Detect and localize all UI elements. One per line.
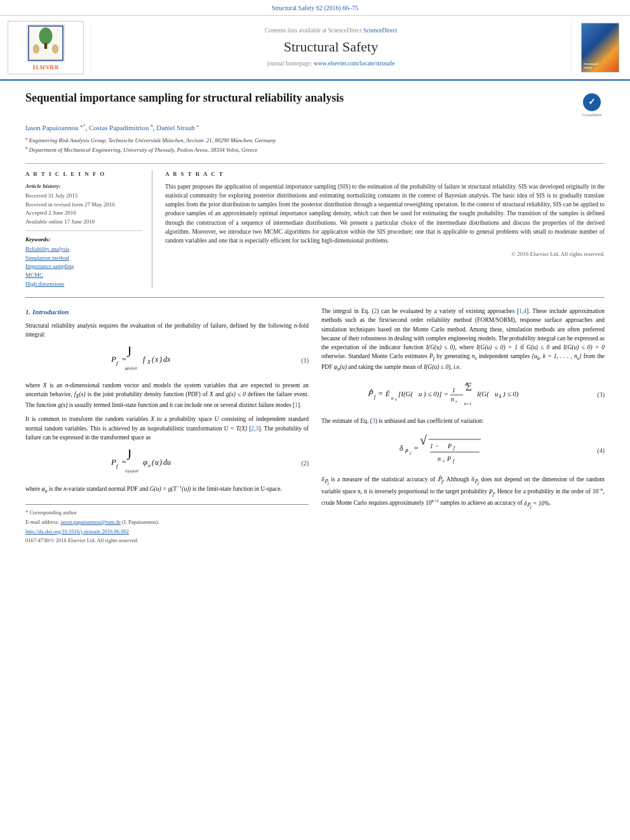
ref-1-4[interactable]: 1,4	[519, 308, 526, 314]
elsevier-text: ELSEVIER	[33, 65, 58, 71]
footnote-area: * Corresponding author E-mail address: i…	[25, 504, 309, 545]
eq2-content: P f = ∫ G(u)≤0 φ n ( u ) du	[25, 450, 293, 476]
section1-title: 1. Introduction	[25, 307, 309, 317]
eq1-number: (1)	[293, 356, 309, 365]
svg-point-1	[39, 27, 53, 44]
doi-anchor[interactable]: http://dx.doi.org/10.1016/j.strusafe.201…	[25, 528, 129, 535]
doi-link-item: http://dx.doi.org/10.1016/j.strusafe.201…	[25, 528, 309, 536]
svg-text:): )	[159, 355, 162, 364]
svg-text:f: f	[453, 458, 455, 463]
svg-text:f: f	[116, 360, 119, 366]
svg-text:∫: ∫	[126, 347, 133, 357]
equation-2: P f = ∫ G(u)≤0 φ n ( u ) du (2)	[25, 447, 309, 479]
svg-text:) ≤ 0): ) ≤ 0)	[502, 390, 519, 398]
svg-text:=: =	[121, 457, 127, 467]
journal-header: ELSEVIER Contents lists available at Sci…	[0, 16, 630, 81]
cover-label: StructuralSafety	[584, 62, 598, 70]
article-info-col: A R T I C L E I N F O Article history: R…	[25, 170, 152, 288]
footnote-corresponding: * Corresponding author	[25, 509, 309, 517]
crossmark-badge[interactable]: ✓ CrossMark	[579, 93, 605, 119]
article-info-header: A R T I C L E I N F O	[25, 170, 143, 178]
svg-text:u: u	[419, 390, 422, 397]
copyright-notice: © 2016 Elsevier Ltd. All rights reserved…	[165, 250, 605, 258]
svg-text:φ: φ	[143, 457, 147, 467]
svg-text:k: k	[499, 394, 502, 399]
right-para1: The integral in Eq. (2) can be evaluated…	[321, 307, 605, 373]
body-left-col: 1. Introduction Structural reliability a…	[25, 307, 309, 546]
svg-text:√: √	[420, 433, 427, 447]
svg-text:n: n	[438, 455, 441, 462]
revised-date: Received in revised form 27 May 2016	[25, 201, 143, 209]
svg-text:P: P	[111, 457, 116, 467]
author-papadimitriou[interactable]: Costas Papadimitriou	[89, 124, 149, 131]
info-abstract-section: A R T I C L E I N F O Article history: R…	[25, 163, 605, 288]
article-title-section: Sequential importance sampling for struc…	[25, 91, 605, 119]
svg-text:[I(G(: [I(G(	[398, 390, 414, 398]
svg-text:x: x	[154, 355, 159, 364]
svg-text:u: u	[495, 390, 499, 397]
svg-text:f: f	[453, 445, 456, 451]
sciencedirect-anchor[interactable]: ScienceDirect	[363, 27, 397, 34]
ref-2[interactable]: 2,3	[251, 425, 258, 432]
svg-text:s: s	[455, 399, 457, 404]
cover-image: StructuralSafety	[581, 23, 619, 72]
svg-text:Ê: Ê	[385, 390, 390, 397]
main-content: Sequential importance sampling for struc…	[0, 81, 630, 559]
crossmark-icon: ✓	[583, 93, 601, 111]
abstract-header: A B S T R A C T	[165, 170, 605, 178]
eq3-content: P̂ f = Ê φ n [I(G( u ) ≤ 0)] = 1 n	[321, 381, 589, 409]
keyword-3[interactable]: Importance sampling	[25, 262, 143, 270]
svg-text:g(x)≤0: g(x)≤0	[125, 366, 137, 371]
journal-title-area: Contents lists available at ScienceDirec…	[90, 21, 572, 74]
issn-item: 0167-4730/© 2016 Elsevier Ltd. All right…	[25, 537, 309, 545]
svg-rect-2	[44, 43, 48, 49]
email-link[interactable]: iason.papaioannou@tum.de	[60, 519, 121, 525]
eq3-ref[interactable]: 3	[372, 418, 375, 424]
body-divider	[25, 297, 605, 298]
svg-text:=: =	[121, 354, 127, 364]
homepage-link[interactable]: www.elsevier.com/locate/strusafe	[314, 60, 395, 67]
keyword-1[interactable]: Reliability analysis	[25, 245, 143, 253]
right-para3: δP̂f is a measure of the statistical acc…	[321, 475, 605, 510]
svg-text:1 −: 1 −	[430, 443, 439, 450]
svg-text:s: s	[443, 458, 445, 463]
svg-text:δ: δ	[399, 444, 403, 453]
svg-text:dx: dx	[163, 355, 171, 364]
svg-text:P̂: P̂	[405, 449, 408, 455]
equation-3: P̂ f = Ê φ n [I(G( u ) ≤ 0)] = 1 n	[321, 378, 605, 411]
journal-homepage: journal homepage: www.elsevier.com/locat…	[267, 60, 395, 68]
svg-text:φ: φ	[391, 396, 394, 401]
equation-1: P f = ∫ g(x)≤0 f X ( x ) dx (1)	[25, 344, 309, 376]
history-label: Article history:	[25, 182, 143, 190]
author-papaioannou[interactable]: Iason Papaioannou	[25, 124, 78, 131]
keyword-5[interactable]: High dimensions	[25, 280, 143, 288]
svg-text:n: n	[148, 463, 151, 469]
publisher-logo: ELSEVIER	[8, 21, 84, 74]
svg-text:∫: ∫	[126, 450, 133, 460]
eq2-ref[interactable]: 2	[374, 308, 377, 314]
ref-1[interactable]: 1	[295, 402, 298, 408]
intro-para3: It is common to transform the random var…	[25, 415, 309, 442]
affiliation-b: b Department of Mechanical Engineering, …	[25, 145, 605, 154]
available-date: Available online 17 June 2016	[25, 218, 143, 226]
equation-4: δ P̂ f = √ 1 − P f n s P f	[321, 430, 605, 470]
svg-text:): )	[159, 458, 162, 467]
eq1-content: P f = ∫ g(x)≤0 f X ( x ) dx	[25, 347, 293, 373]
accepted-date: Accepted 2 June 2016	[25, 209, 143, 217]
svg-text:X: X	[147, 359, 151, 365]
keyword-4[interactable]: MCMC	[25, 271, 143, 279]
sciencedirect-link: Contents lists available at ScienceDirec…	[265, 27, 398, 35]
svg-text:1: 1	[452, 387, 455, 394]
citation-text: Structural Safety 62 (2016) 66–75	[272, 4, 359, 11]
journal-citation: Structural Safety 62 (2016) 66–75	[0, 0, 630, 16]
svg-text:f: f	[143, 355, 146, 364]
author-straub[interactable]: Daniel Straub	[156, 124, 195, 131]
keywords-label: Keywords:	[25, 236, 143, 244]
svg-text:u: u	[155, 458, 159, 467]
keyword-2[interactable]: Simulation method	[25, 254, 143, 262]
received-date: Received 31 July 2015	[25, 192, 143, 200]
svg-text:du: du	[163, 458, 171, 467]
svg-text:P̂: P̂	[368, 389, 373, 398]
footnote-email: E-mail address: iason.papaioannou@tum.de…	[25, 518, 309, 526]
elsevier-svg	[27, 24, 65, 62]
